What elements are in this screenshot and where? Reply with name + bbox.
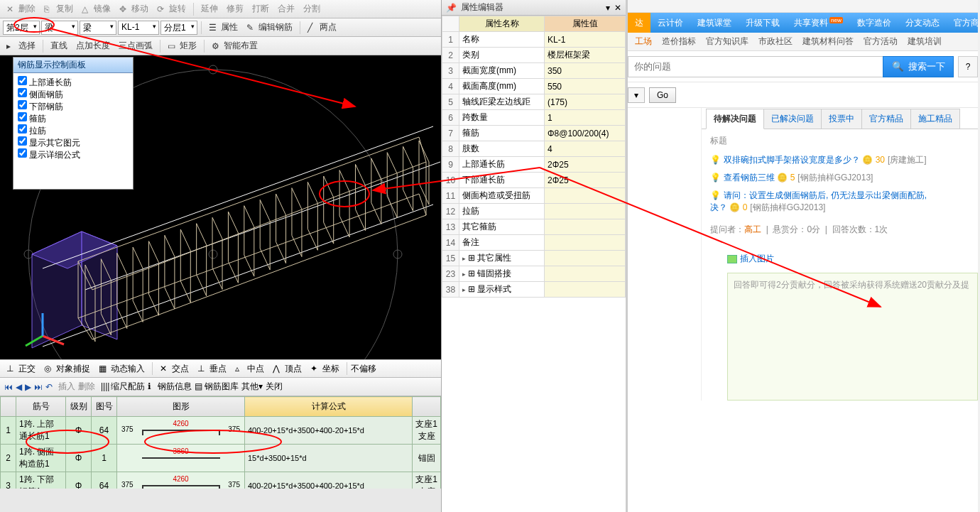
qtab-featured[interactable]: 官方精品 bbox=[861, 109, 911, 129]
btn-point-length[interactable]: 点加长度 bbox=[72, 38, 114, 54]
pin-icon[interactable]: 📌 bbox=[446, 3, 457, 13]
btn-intersect[interactable]: ✕交点 bbox=[156, 361, 192, 377]
col-num[interactable]: 筋号 bbox=[16, 397, 66, 417]
search-help[interactable]: ? bbox=[958, 56, 978, 77]
prop-row[interactable]: 38⊞ 显示样式 bbox=[442, 282, 626, 298]
search-button[interactable]: 🔍搜索一下 bbox=[883, 56, 954, 77]
cat2-combo[interactable]: 梁 bbox=[80, 21, 116, 35]
rebar-row[interactable]: 11跨. 上部通长筋1Φ643754260375400-20+15*d+3500… bbox=[1, 417, 441, 445]
nav-first[interactable]: ⏮ bbox=[4, 382, 13, 392]
filter-go[interactable]: Go bbox=[649, 87, 676, 103]
qtab-solved[interactable]: 已解决问题 bbox=[763, 109, 822, 129]
col-diag[interactable]: 图号 bbox=[92, 397, 117, 417]
prop-row[interactable]: 5轴线距梁左边线距(175) bbox=[442, 94, 626, 110]
subnav-muni[interactable]: 市政社区 bbox=[758, 36, 793, 48]
question-item[interactable]: 💡查看钢筋三维 🪙 5[钢筋抽样GGJ2013] bbox=[710, 169, 969, 187]
btn-twopoint[interactable]: ╱两点 bbox=[304, 19, 340, 36]
rebar-row[interactable]: 31跨. 下部钢筋1Φ643754260375400-20+15*d+3500+… bbox=[1, 472, 441, 489]
btn-apex[interactable]: ⋀顶点 bbox=[269, 361, 305, 377]
qtab-pending[interactable]: 待解决问题 bbox=[706, 109, 764, 129]
col-formula[interactable]: 计算公式 bbox=[245, 397, 413, 417]
rebar-display-item[interactable]: 上部通长筋 bbox=[18, 76, 129, 88]
rebar-display-item[interactable]: 下部钢筋 bbox=[18, 100, 129, 112]
tab-mall[interactable]: 官方商城 bbox=[947, 13, 978, 33]
prop-row[interactable]: 10下部通长筋2Φ25 bbox=[442, 173, 626, 188]
prop-row[interactable]: 15⊞ 其它属性 bbox=[442, 251, 626, 266]
rebar-table-wrap[interactable]: 筋号 级别 图号 图形 计算公式 11跨. 上部通长筋1Φ64375426037… bbox=[0, 396, 441, 489]
btn-extend[interactable]: 延伸 bbox=[197, 1, 222, 17]
prop-row[interactable]: 7箍筋Φ8@100/200(4) bbox=[442, 126, 626, 141]
prop-row[interactable]: 6跨数量1 bbox=[442, 110, 626, 126]
btn-merge[interactable]: 合并 bbox=[274, 1, 298, 17]
prop-row[interactable]: 23⊞ 锚固搭接 bbox=[442, 266, 626, 282]
close-icon[interactable]: ✕ bbox=[614, 3, 621, 13]
tab-cloud[interactable]: 云计价 bbox=[650, 13, 690, 33]
member-combo[interactable]: KL-1 bbox=[118, 21, 159, 35]
rebar-display-panel[interactable]: 钢筋显示控制面板 上部通长筋 侧面钢筋 下部钢筋 箍筋 拉筋 显示其它图元 显示… bbox=[13, 57, 134, 190]
btn-trim[interactable]: 修剪 bbox=[223, 1, 247, 17]
question-item[interactable]: 💡请问：设置生成侧面钢筋后, 仍无法显示出梁侧面配筋,决？ 🪙 0[钢筋抽样GG… bbox=[710, 187, 969, 217]
tab-class[interactable]: 建筑课堂 bbox=[690, 13, 739, 33]
btn-ortho[interactable]: ⊥正交 bbox=[3, 361, 39, 377]
btn-split[interactable]: 分割 bbox=[300, 1, 324, 17]
nav-prev[interactable]: ◀ bbox=[16, 382, 22, 392]
subnav-workshop[interactable]: 工场 bbox=[635, 36, 652, 48]
cat1-combo[interactable]: 梁 bbox=[41, 21, 78, 35]
prop-row[interactable]: 12拉筋 bbox=[442, 204, 626, 219]
rebar-display-item[interactable]: 箍筋 bbox=[18, 112, 129, 124]
btn-break[interactable]: 打断 bbox=[249, 1, 273, 17]
subnav-matqa[interactable]: 建筑材料问答 bbox=[802, 36, 854, 48]
prop-row[interactable]: 14备注 bbox=[442, 235, 626, 251]
prop-row[interactable]: 11侧面构造或受扭筋 bbox=[442, 188, 626, 204]
filter-dropdown[interactable]: ▾ bbox=[628, 87, 645, 103]
rebar-row[interactable]: 21跨. 侧面构造筋1Φ1386015*d+3500+15*d锚固 bbox=[1, 445, 441, 472]
col-grade[interactable]: 级别 bbox=[66, 397, 92, 417]
tab-da[interactable]: 达 bbox=[628, 13, 650, 33]
tab-digital[interactable]: 数字造价 bbox=[850, 13, 898, 33]
btn-rect[interactable]: ▭矩形 bbox=[164, 38, 200, 54]
prop-row[interactable]: 1名称KL-1 bbox=[442, 32, 626, 48]
btn-coord[interactable]: ✦坐标 bbox=[307, 361, 343, 377]
tab-upgrade[interactable]: 升级下载 bbox=[739, 13, 787, 33]
btn-arc3[interactable]: 三点画弧 bbox=[115, 38, 156, 54]
answer-textarea[interactable]: 回答即可得2分贡献分，回答被采纳获得系统赠送20贡献分及提 bbox=[727, 273, 978, 401]
btn-insert-row[interactable]: 插入 bbox=[58, 381, 75, 393]
btn-close-panel[interactable]: 关闭 bbox=[266, 381, 283, 393]
rebar-display-item[interactable]: 侧面钢筋 bbox=[18, 88, 129, 100]
col-note[interactable] bbox=[413, 397, 441, 417]
nav-next[interactable]: ▶ bbox=[25, 382, 31, 392]
search-input[interactable] bbox=[628, 56, 883, 77]
btn-rotate[interactable]: ⟳旋转 bbox=[153, 1, 190, 17]
btn-delete-row[interactable]: 删除 bbox=[78, 381, 95, 393]
btn-rebar-info[interactable]: ℹ钢筋信息 bbox=[148, 381, 192, 393]
nav-last[interactable]: ⏭ bbox=[34, 382, 43, 392]
subnav-kb[interactable]: 官方知识库 bbox=[706, 36, 748, 48]
insert-picture[interactable]: 插入图片 bbox=[727, 253, 978, 270]
btn-edit-rebar[interactable]: ✎编辑钢筋 bbox=[243, 19, 296, 36]
btn-copy[interactable]: ⎘复制 bbox=[40, 1, 77, 17]
rebar-display-item[interactable]: 显示其它图元 bbox=[18, 136, 129, 148]
btn-osnap[interactable]: ◎对象捕捉 bbox=[40, 361, 94, 377]
btn-scale-rebar[interactable]: ||||缩尺配筋 bbox=[101, 381, 145, 393]
question-item[interactable]: 💡双排碗扣式脚手架搭设宽度是多少？ 🪙 30[房建施工] bbox=[710, 151, 969, 169]
col-shape[interactable]: 图形 bbox=[117, 397, 245, 417]
btn-perp[interactable]: ⊥垂点 bbox=[194, 361, 230, 377]
prop-row[interactable]: 8肢数4 bbox=[442, 141, 626, 157]
subnav-train[interactable]: 建筑培训 bbox=[908, 36, 942, 48]
btn-other[interactable]: 其他▾ bbox=[241, 381, 263, 393]
prop-row[interactable]: 4截面高度(mm)550 bbox=[442, 79, 626, 94]
nav-stepback[interactable]: ↶ bbox=[45, 382, 53, 392]
btn-move[interactable]: ✥移动 bbox=[116, 1, 152, 17]
rebar-display-item[interactable]: 拉筋 bbox=[18, 124, 129, 136]
offset-combo[interactable]: 不偏移 bbox=[351, 363, 393, 375]
prop-row[interactable]: 2类别楼层框架梁 bbox=[442, 48, 626, 63]
rebar-display-item[interactable]: 显示详细公式 bbox=[18, 148, 129, 160]
tab-share[interactable]: 共享资料 bbox=[787, 13, 850, 33]
btn-delete[interactable]: ✕删除 bbox=[3, 1, 39, 17]
subnav-costidx[interactable]: 造价指标 bbox=[662, 36, 696, 48]
dropdown-icon[interactable]: ▾ bbox=[606, 3, 610, 13]
property-grid[interactable]: 属性名称 属性值 1名称KL-12类别楼层框架梁3截面宽度(mm)3504截面高… bbox=[442, 16, 626, 298]
layer-combo[interactable]: 分层1 bbox=[160, 21, 197, 35]
prop-row[interactable]: 3截面宽度(mm)350 bbox=[442, 63, 626, 79]
btn-dyn[interactable]: ▦动态输入 bbox=[95, 361, 148, 377]
